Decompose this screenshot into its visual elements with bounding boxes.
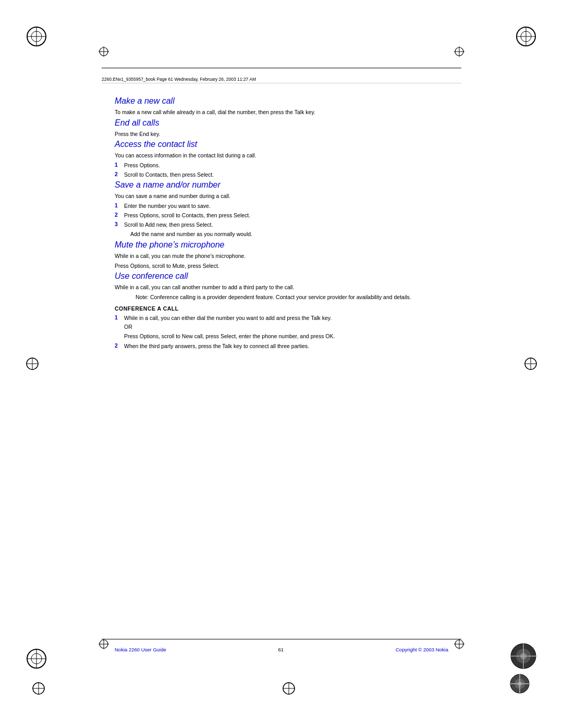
- corner-mark-tr: [515, 25, 538, 50]
- item-num: 3: [115, 221, 121, 229]
- body-mute-2: Press Options, scroll to Mute, press Sel…: [115, 262, 448, 270]
- heading-mute-microphone: Mute the phone’s microphone: [115, 240, 448, 250]
- section-end-all-calls: End all calls Press the End key.: [115, 118, 448, 138]
- conference-or: OR: [124, 323, 448, 331]
- item-text: Scroll to Add new, then press Select.: [124, 221, 448, 229]
- section-save-name-number: Save a name and/or number You can save a…: [115, 180, 448, 238]
- item-num: 1: [115, 202, 121, 210]
- side-reg-mark-right: [523, 356, 538, 372]
- conference-item-1-or-text: Press Options, scroll to New call, press…: [124, 332, 448, 340]
- list-item: 1 Press Options.: [115, 162, 448, 169]
- item-text: Press Options.: [124, 162, 448, 169]
- footer-right-text: Copyright © 2003 Nokia: [396, 647, 448, 652]
- list-item: 3 Scroll to Add new, then press Select.: [115, 221, 448, 229]
- body-save-name-number: You can save a name and number during a …: [115, 192, 448, 200]
- item-num: 2: [115, 342, 121, 350]
- item-num: 2: [115, 212, 121, 219]
- list-conference: 1 While in a call, you can either dial t…: [115, 314, 448, 350]
- footer-left-text: Nokia 2260 User Guide: [115, 647, 166, 652]
- corner-mark-tl: [25, 25, 48, 50]
- list-item: 2 Press Options, scroll to Contacts, the…: [115, 212, 448, 219]
- section-mute-microphone: Mute the phone’s microphone While in a c…: [115, 240, 448, 269]
- heading-access-contact-list: Access the contact list: [115, 140, 448, 149]
- list-access-contact: 1 Press Options. 2 Scroll to Contacts, t…: [115, 162, 448, 178]
- bottom-corner-mark-right: [508, 672, 532, 697]
- body-conference-1: While in a call, you can call another nu…: [115, 283, 448, 291]
- list-item: 2 Scroll to Contacts, then press Select.: [115, 171, 448, 179]
- bottom-center-mark: [282, 681, 296, 697]
- bottom-corner-mark-left: [31, 681, 46, 697]
- heading-make-new-call: Make a new call: [115, 96, 448, 106]
- bottom-border-line: [102, 639, 461, 639]
- heading-conference-call: Use conference call: [115, 272, 448, 281]
- heading-end-all-calls: End all calls: [115, 118, 448, 128]
- section-use-conference-call: Use conference call While in a call, you…: [115, 272, 448, 350]
- item-num: 2: [115, 171, 121, 179]
- sub-note-save-name: Add the name and number as you normally …: [130, 230, 448, 238]
- heading-save-name-number: Save a name and/or number: [115, 180, 448, 190]
- item-text: Press Options, scroll to Contacts, then …: [124, 212, 448, 219]
- body-make-new-call: To make a new call while already in a ca…: [115, 108, 448, 116]
- body-mute-1: While in a call, you can mute the phone’…: [115, 252, 448, 260]
- reg-mark-bottom-left: [98, 638, 109, 651]
- item-num: 1: [115, 162, 121, 169]
- top-border-line: [102, 68, 461, 68]
- conference-note: Note: Conference calling is a provider d…: [136, 293, 448, 301]
- section-make-new-call: Make a new call To make a new call while…: [115, 96, 448, 116]
- header-bar: 2260.ENv1_9355957_book Page 61 Wednesday…: [102, 76, 461, 83]
- list-item: 2 When the third party answers, press th…: [115, 342, 448, 350]
- conference-subheading: CONFERENCE A CALL: [115, 305, 448, 312]
- list-item: 1 While in a call, you can either dial t…: [115, 314, 448, 340]
- body-end-all-calls: Press the End key.: [115, 130, 448, 138]
- header-bar-text: 2260.ENv1_9355957_book Page 61 Wednesday…: [102, 77, 256, 82]
- item-text-group: While in a call, you can either dial the…: [124, 314, 448, 340]
- reg-mark-top-right: [454, 46, 465, 58]
- footer-page-number: 61: [278, 647, 284, 652]
- list-item: 1 Enter the number you want to save.: [115, 202, 448, 210]
- reg-mark-bottom-right: [454, 638, 465, 651]
- side-reg-mark-left: [25, 356, 40, 372]
- conference-item-1-text: While in a call, you can either dial the…: [124, 314, 448, 322]
- corner-mark-bl: [25, 647, 48, 672]
- corner-mark-br: [509, 642, 538, 672]
- reg-mark-top-left: [98, 46, 109, 58]
- item-text: Scroll to Contacts, then press Select.: [124, 171, 448, 179]
- item-text: Enter the number you want to save.: [124, 202, 448, 210]
- page: 2260.ENv1_9355957_book Page 61 Wednesday…: [0, 0, 563, 728]
- main-content: Make a new call To make a new call while…: [115, 96, 448, 624]
- list-save-name: 1 Enter the number you want to save. 2 P…: [115, 202, 448, 228]
- footer: Nokia 2260 User Guide 61 Copyright © 200…: [115, 647, 448, 652]
- item-text: When the third party answers, press the …: [124, 342, 448, 350]
- section-access-contact-list: Access the contact list You can access i…: [115, 140, 448, 178]
- body-access-contact-list: You can access information in the contac…: [115, 152, 448, 159]
- item-num: 1: [115, 314, 121, 340]
